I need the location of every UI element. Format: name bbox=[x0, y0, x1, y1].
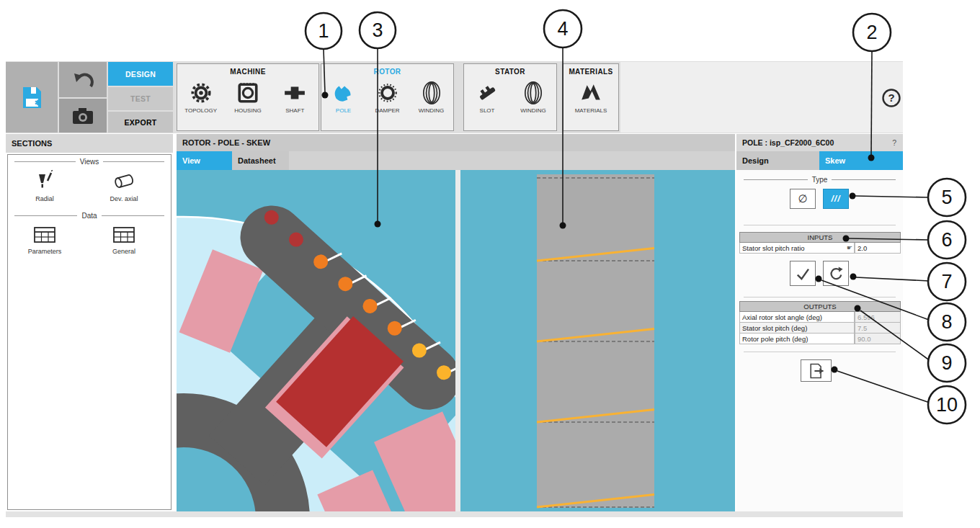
inputs-header: INPUTS bbox=[739, 232, 901, 243]
output-row: Rotor pole pitch (deg) bbox=[739, 334, 855, 344]
camera-icon bbox=[71, 107, 94, 125]
save-icon: ✱ bbox=[21, 85, 43, 109]
callout-3: 3 bbox=[360, 12, 396, 48]
undo-icon bbox=[72, 71, 94, 89]
svg-text:✱: ✱ bbox=[35, 99, 41, 107]
tab-view[interactable]: View bbox=[177, 151, 232, 170]
callout-5: 5 bbox=[928, 179, 966, 216]
toolbar-item-label: POLE bbox=[336, 107, 351, 114]
export-button[interactable]: EXPORT bbox=[108, 112, 173, 133]
tab-skew[interactable]: Skew bbox=[819, 151, 903, 170]
group-title-stator: STATOR bbox=[464, 64, 556, 79]
svg-text:1: 1 bbox=[318, 20, 329, 42]
callout-6: 6 bbox=[928, 221, 966, 259]
tab-design[interactable]: Design bbox=[736, 151, 819, 170]
toolbar-item-stator-winding[interactable]: WINDING bbox=[511, 81, 556, 114]
svg-text:8: 8 bbox=[941, 311, 952, 333]
toolbar-item-materials[interactable]: MATERIALS bbox=[569, 81, 613, 114]
toolbar-spacer bbox=[620, 62, 903, 133]
toolbar-item-label: SLOT bbox=[480, 107, 495, 114]
sections-panel bbox=[7, 154, 172, 510]
toolbar-item-housing[interactable]: HOUSING bbox=[226, 81, 270, 114]
type-legend: Type bbox=[744, 174, 896, 184]
toolbar-group-machine: MACHINE TOPOLOGY HOUSING SHAFT bbox=[177, 63, 319, 131]
toolbar-group-rotor: ROTOR POLE DAMPER WINDING bbox=[321, 63, 454, 131]
undo-button[interactable] bbox=[59, 62, 107, 97]
winding-icon bbox=[522, 81, 545, 104]
help-button[interactable]: ? bbox=[881, 87, 902, 109]
svg-text:7: 7 bbox=[941, 271, 952, 292]
output-value: 90.0 bbox=[855, 334, 901, 344]
callout-1: 1 bbox=[306, 13, 342, 49]
svg-text:4: 4 bbox=[557, 18, 568, 40]
housing-icon bbox=[236, 81, 259, 104]
group-title-machine: MACHINE bbox=[177, 64, 318, 79]
skew-view-canvas[interactable] bbox=[460, 170, 735, 511]
export-results-button[interactable] bbox=[801, 359, 832, 382]
skew-type-skewed-button[interactable]: /// bbox=[823, 189, 849, 209]
pole-panel-title: POLE : isp_CF2000_6C00 ? bbox=[736, 134, 903, 151]
outputs-header: OUTPUTS bbox=[739, 301, 901, 312]
screenshot-button[interactable] bbox=[59, 99, 107, 133]
divider bbox=[744, 297, 896, 297]
parameters-table-icon bbox=[33, 226, 56, 243]
status-bar bbox=[6, 511, 903, 517]
panel-help-button[interactable]: ? bbox=[892, 138, 896, 147]
viewport-divider bbox=[455, 170, 460, 511]
output-label: Stator slot pitch (deg) bbox=[742, 324, 807, 332]
sections-item-parameters[interactable] bbox=[27, 225, 62, 245]
svg-text:?: ? bbox=[888, 91, 894, 104]
toolbar-item-rotor-winding[interactable]: WINDING bbox=[409, 81, 453, 114]
toolbar-item-label: DAMPER bbox=[375, 107, 399, 114]
svg-text:6: 6 bbox=[941, 229, 952, 251]
test-button[interactable]: TEST bbox=[108, 87, 173, 110]
radial-view-canvas[interactable] bbox=[177, 170, 455, 511]
output-label: Axial rotor slot angle (deg) bbox=[742, 313, 822, 321]
svg-text:2: 2 bbox=[866, 22, 877, 43]
callout-8: 8 bbox=[928, 303, 966, 341]
input-label: Stator slot pitch ratio bbox=[742, 244, 847, 252]
shaft-icon bbox=[283, 81, 306, 104]
reset-button[interactable] bbox=[823, 261, 849, 286]
viewport-title: ROTOR - POLE - SKEW bbox=[177, 134, 735, 151]
pole-panel-title-text: POLE : isp_CF2000_6C00 bbox=[742, 138, 834, 147]
toolbar-item-pole[interactable]: POLE bbox=[321, 81, 365, 114]
design-button[interactable]: DESIGN bbox=[108, 62, 173, 86]
toolbar-item-damper[interactable]: DAMPER bbox=[365, 81, 409, 114]
skew-lines-icon: /// bbox=[831, 194, 840, 204]
check-icon bbox=[794, 265, 811, 282]
parameters-label: Parameters bbox=[14, 247, 75, 256]
callout-9: 9 bbox=[928, 344, 966, 382]
output-row: Stator slot pitch (deg) bbox=[739, 323, 855, 334]
toolbar-item-shaft[interactable]: SHAFT bbox=[272, 81, 317, 114]
input-value-field[interactable]: 2.0 bbox=[855, 243, 901, 254]
sections-item-radial[interactable] bbox=[27, 169, 62, 192]
callout-2: 2 bbox=[853, 14, 891, 51]
no-skew-icon: ∅ bbox=[798, 192, 807, 205]
pole-icon bbox=[332, 81, 355, 104]
general-label: General bbox=[94, 247, 154, 256]
views-legend: Views bbox=[14, 156, 164, 166]
damper-icon bbox=[376, 81, 399, 104]
tab-datasheet[interactable]: Datasheet bbox=[232, 151, 289, 170]
skew-type-none-button[interactable]: ∅ bbox=[790, 189, 816, 209]
svg-text:5: 5 bbox=[941, 187, 952, 208]
sections-item-general[interactable] bbox=[107, 225, 141, 245]
apply-button[interactable] bbox=[790, 261, 816, 286]
save-button[interactable]: ✱ bbox=[6, 62, 58, 133]
output-value: 6.596 bbox=[855, 312, 901, 323]
winding-icon bbox=[420, 81, 443, 104]
sections-header: SECTIONS bbox=[6, 134, 173, 153]
input-row-stator-slot-pitch-ratio: Stator slot pitch ratio ☛ bbox=[739, 243, 855, 254]
skew-development bbox=[460, 170, 735, 511]
output-value: 7.5 bbox=[855, 323, 901, 334]
svg-text:10: 10 bbox=[936, 394, 958, 416]
toolbar-item-slot[interactable]: SLOT bbox=[465, 81, 509, 114]
output-label: Rotor pole pitch (deg) bbox=[742, 335, 808, 343]
toolbar-item-topology[interactable]: TOPOLOGY bbox=[179, 81, 223, 114]
toolbar-item-label: WINDING bbox=[419, 107, 445, 114]
export-document-icon bbox=[807, 362, 826, 380]
radial-view-icon bbox=[34, 170, 55, 192]
callout-10: 10 bbox=[928, 386, 966, 424]
sections-item-dev-axial[interactable] bbox=[107, 169, 141, 192]
